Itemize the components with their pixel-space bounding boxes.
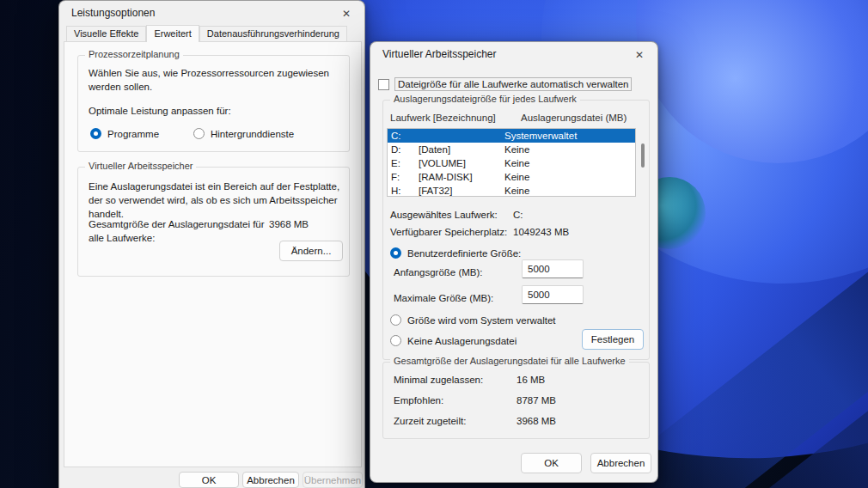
processor-scheduling-group: Prozessorzeitplanung Wählen Sie aus, wie…	[77, 55, 350, 152]
minimum-allowed-label: Minimal zugelassen:	[394, 375, 483, 385]
recommended-label: Empfohlen:	[394, 395, 443, 406]
tab-visuelle-effekte[interactable]: Visuelle Effekte	[66, 26, 146, 41]
paging-size: Keine	[504, 158, 635, 168]
performance-dialog-title: Leistungsoptionen	[71, 7, 155, 19]
advanced-tab-page: Prozessorzeitplanung Wählen Sie aus, wie…	[64, 41, 362, 467]
drive-letter: D:	[391, 144, 419, 155]
drive-letter: C:	[391, 131, 419, 141]
available-space-label: Verfügbarer Speicherplatz:	[390, 227, 507, 237]
radio-hintergrunddienste[interactable]: Hintergrunddienste	[193, 128, 294, 139]
drive-list-scrollbar[interactable]	[638, 128, 649, 197]
drive-row-e[interactable]: E: [VOLUME] Keine	[388, 156, 635, 170]
minimum-allowed-value: 16 MB	[517, 375, 545, 385]
paging-file-per-drive-group: Auslagerungsdateigröße für jedes Laufwer…	[382, 100, 650, 360]
virtual-memory-description: Eine Auslagerungsdatei ist ein Bereich a…	[89, 180, 345, 221]
processor-scheduling-prompt: Optimale Leistung anpassen für:	[89, 104, 343, 118]
column-header-paging: Auslagerungsdatei (MB)	[521, 113, 627, 123]
drive-row-d[interactable]: D: [Daten] Keine	[388, 143, 635, 156]
performance-options-dialog: Leistungsoptionen ✕ Visuelle Effekte Erw…	[58, 0, 365, 488]
available-space-value: 1049243 MB	[513, 227, 569, 237]
total-paging-file-group-title: Gesamtgröße der Auslagerungsdatei für al…	[390, 356, 629, 366]
max-size-label: Maximale Größe (MB):	[394, 293, 493, 303]
radio-unselected-icon	[390, 335, 401, 346]
auto-manage-checkbox-label: Dateigröße für alle Laufwerke automatisc…	[394, 77, 632, 91]
set-button[interactable]: Festlegen	[582, 329, 644, 350]
ok-button[interactable]: OK	[521, 453, 582, 473]
close-icon[interactable]: ✕	[339, 6, 354, 21]
currently-allocated-value: 3968 MB	[517, 416, 556, 426]
drive-label: [VOLUME]	[419, 158, 504, 168]
total-paging-file-group: Gesamtgröße der Auslagerungsdatei für al…	[382, 362, 650, 439]
recommended-value: 8787 MB	[517, 395, 556, 406]
drive-label: [Daten]	[419, 144, 504, 155]
drive-label: [FAT32]	[419, 186, 504, 196]
checkbox-unchecked-icon	[378, 79, 389, 90]
paging-file-per-drive-group-title: Auslagerungsdateigröße für jedes Laufwer…	[390, 94, 580, 104]
drive-letter: H:	[391, 186, 419, 196]
apply-button[interactable]: Übernehmen	[303, 472, 363, 488]
performance-tabstrip: Visuelle Effekte Erweitert Datenausführu…	[66, 25, 347, 41]
virtual-memory-dialog-title: Virtueller Arbeitsspeicher	[382, 48, 497, 60]
drive-letter: E:	[391, 158, 419, 168]
tab-datenausfuehrungsverhinderung[interactable]: Datenausführungsverhinderung	[199, 26, 347, 41]
radio-selected-icon	[390, 247, 401, 259]
auto-manage-checkbox[interactable]: Dateigröße für alle Laufwerke automatisc…	[378, 77, 632, 91]
paging-size: Keine	[504, 172, 635, 182]
close-icon[interactable]: ✕	[632, 47, 647, 63]
change-button[interactable]: Ändern...	[279, 241, 343, 261]
selected-drive-label: Ausgewähltes Laufwerk:	[390, 210, 498, 220]
drive-row-h[interactable]: H: [FAT32] Keine	[388, 184, 635, 197]
initial-size-label: Anfangsgröße (MB):	[394, 267, 483, 278]
column-header-drive: Laufwerk [Bezeichnung]	[390, 113, 496, 123]
virtual-memory-dialog: Virtueller Arbeitsspeicher ✕ Dateigröße …	[370, 41, 658, 483]
ok-button[interactable]: OK	[179, 472, 239, 488]
paging-size: Systemverwaltet	[504, 131, 635, 141]
virtual-memory-summary-group: Virtueller Arbeitsspeicher Eine Auslager…	[77, 167, 350, 277]
radio-custom-size[interactable]: Benutzerdefinierte Größe:	[390, 247, 521, 259]
cancel-button[interactable]: Abbrechen	[590, 453, 651, 473]
cancel-button[interactable]: Abbrechen	[242, 472, 299, 488]
radio-unselected-icon	[193, 128, 205, 139]
currently-allocated-label: Zurzeit zugeteilt:	[394, 416, 466, 426]
paging-size: Keine	[504, 186, 635, 196]
performance-dialog-titlebar[interactable]: Leistungsoptionen ✕	[59, 1, 364, 25]
virtual-memory-summary-group-title: Virtueller Arbeitsspeicher	[85, 161, 196, 171]
radio-selected-icon	[90, 128, 101, 139]
initial-size-input[interactable]	[522, 259, 584, 278]
max-size-input[interactable]	[522, 285, 584, 304]
selected-drive-value: C:	[513, 210, 523, 220]
processor-scheduling-description: Wählen Sie aus, wie Prozessorressourcen …	[89, 66, 343, 94]
radio-no-paging-file[interactable]: Keine Auslagerungsdatei	[390, 335, 517, 346]
drive-row-f[interactable]: F: [RAM-DISK] Keine	[388, 170, 635, 184]
virtual-memory-dialog-titlebar[interactable]: Virtueller Arbeitsspeicher ✕	[370, 42, 657, 66]
tab-erweitert[interactable]: Erweitert	[146, 25, 199, 42]
radio-programme[interactable]: Programme	[90, 128, 159, 139]
drive-label: [RAM-DISK]	[419, 172, 504, 182]
radio-system-managed[interactable]: Größe wird vom System verwaltet	[390, 314, 556, 326]
scrollbar-thumb[interactable]	[641, 143, 645, 168]
paging-file-total-label: Gesamtgröße der Auslagerungsdatei für al…	[89, 217, 271, 245]
processor-scheduling-group-title: Prozessorzeitplanung	[85, 49, 183, 59]
radio-unselected-icon	[390, 314, 401, 326]
drive-listbox: C: Systemverwaltet D: [Daten] Keine E: […	[387, 128, 636, 197]
paging-size: Keine	[504, 144, 635, 155]
drive-letter: F:	[391, 172, 419, 182]
paging-file-total-value: 3968 MB	[269, 217, 309, 231]
drive-row-c[interactable]: C: Systemverwaltet	[388, 129, 635, 143]
